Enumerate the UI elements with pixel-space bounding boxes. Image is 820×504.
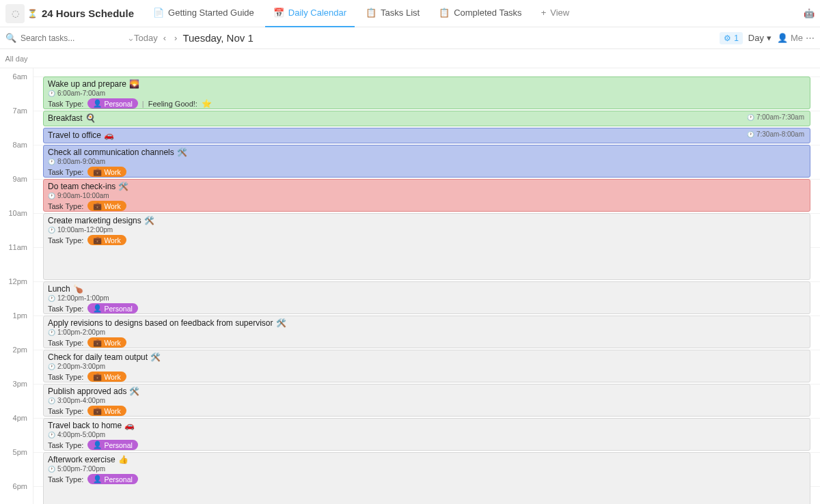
event-meta: Task Type: 👤Personal bbox=[48, 440, 806, 450]
calendar-event[interactable]: Check all communication channels🛠️🕐8:00a… bbox=[43, 145, 810, 178]
more-icon: ⋯ bbox=[806, 33, 815, 43]
event-emoji-icon: 🛠️ bbox=[129, 387, 139, 396]
clock-icon: 🕐 bbox=[747, 131, 754, 138]
calendar-event[interactable]: Wake up and prepare🌄🕐6:00am-7:00amTask T… bbox=[43, 76, 810, 109]
tab-daily-calendar[interactable]: 📅 Daily Calendar bbox=[265, 0, 355, 27]
tab-tasks-list[interactable]: 📋 Tasks List bbox=[357, 0, 428, 27]
calendar-event[interactable]: Travel to office🚗🕐7:30am-8:00am bbox=[43, 128, 810, 143]
list-icon: 📋 bbox=[366, 8, 377, 18]
clock-icon: 🕐 bbox=[48, 363, 55, 370]
task-type-tag: 💼Work bbox=[87, 406, 126, 416]
task-type-tag: 💼Work bbox=[87, 201, 126, 211]
hour-label: 9am bbox=[13, 175, 27, 183]
clock-icon: 🕐 bbox=[48, 466, 55, 473]
event-title: Apply revisions to designs based on feed… bbox=[48, 318, 806, 328]
tab-label: Getting Started Guide bbox=[168, 8, 254, 18]
task-type-tag: 👤Personal bbox=[87, 474, 137, 484]
robot-icon[interactable]: 🤖 bbox=[804, 8, 815, 18]
event-meta: Task Type: 💼Work bbox=[48, 235, 806, 245]
add-view-button[interactable]: + View bbox=[533, 0, 578, 27]
calendar-event[interactable]: Check for daily team output🛠️🕐2:00pm-3:0… bbox=[43, 350, 810, 382]
event-meta: Task Type: 💼Work bbox=[48, 201, 806, 211]
event-time: 🕐2:00pm-3:00pm bbox=[48, 363, 806, 370]
calendar-event[interactable]: Travel back to home🚗🕐4:00pm-5:00pmTask T… bbox=[43, 418, 810, 451]
event-time: 🕐4:00pm-5:00pm bbox=[48, 431, 806, 438]
hour-label: 7am bbox=[13, 107, 27, 115]
hour-label: 12pm bbox=[8, 277, 27, 285]
event-meta: Task Type: 💼Work bbox=[48, 337, 806, 348]
tag-icon: 💼 bbox=[93, 167, 102, 176]
star-icon: ⭐ bbox=[202, 99, 212, 109]
filter-badge[interactable]: ⚙ 1 bbox=[720, 32, 743, 44]
event-emoji-icon: 🛠️ bbox=[177, 148, 187, 157]
calendar-event[interactable]: Apply revisions to designs based on feed… bbox=[43, 316, 810, 348]
tag-icon: 💼 bbox=[93, 236, 102, 244]
event-meta: Task Type: 💼Work bbox=[48, 372, 806, 382]
person-icon: 👤 bbox=[777, 33, 788, 43]
me-label: Me bbox=[791, 33, 803, 43]
event-emoji-icon: 🚗 bbox=[104, 130, 114, 140]
event-title: Lunch🍗 bbox=[48, 284, 806, 294]
tag-icon: 💼 bbox=[93, 201, 102, 210]
current-date: Tuesday, Nov 1 bbox=[182, 32, 253, 44]
app-title[interactable]: ⏳ 24 Hours Schedule bbox=[27, 8, 134, 19]
event-title: Breakfast🍳 bbox=[48, 113, 806, 123]
calendar-event[interactable]: Breakfast🍳🕐7:00am-7:30am bbox=[43, 111, 810, 126]
event-time: 🕐7:00am-7:30am bbox=[747, 113, 804, 121]
event-meta: Task Type: 👤Personal | Feeling Good!: ⭐ bbox=[48, 98, 806, 109]
event-title: Travel to office🚗 bbox=[48, 130, 806, 140]
filter-count: 1 bbox=[734, 33, 739, 43]
view-range-selector[interactable]: Day ▾ bbox=[748, 33, 771, 43]
tab-completed-tasks[interactable]: 📋 Completed Tasks bbox=[430, 0, 530, 27]
search-box[interactable]: 🔍 ⌄ bbox=[5, 33, 128, 43]
event-meta: Task Type: 👤Personal bbox=[48, 474, 806, 484]
event-time: 🕐7:30am-8:00am bbox=[747, 130, 804, 138]
app-menu-icon[interactable]: ◌ bbox=[5, 4, 25, 23]
event-title: Do team check-ins🛠️ bbox=[48, 182, 806, 191]
calendar-event[interactable]: Publish approved ads🛠️🕐3:00pm-4:00pmTask… bbox=[43, 384, 810, 417]
event-time: 🕐9:00am-10:00am bbox=[48, 192, 806, 199]
event-time: 🕐8:00am-9:00am bbox=[48, 158, 806, 165]
next-day-button[interactable]: › bbox=[174, 33, 177, 43]
tag-icon: 💼 bbox=[93, 338, 102, 347]
me-button[interactable]: 👤 Me ⋯ bbox=[777, 33, 815, 43]
hour-label: 6am bbox=[13, 72, 27, 81]
search-input[interactable] bbox=[20, 33, 123, 43]
calendar-event[interactable]: Lunch🍗🕐12:00pm-1:00pmTask Type: 👤Persona… bbox=[43, 281, 810, 314]
task-type-tag: 💼Work bbox=[87, 372, 126, 382]
event-title: Create marketing designs🛠️ bbox=[48, 216, 806, 225]
filter-icon: ⚙ bbox=[724, 33, 731, 43]
event-title: Travel back to home🚗 bbox=[48, 421, 806, 430]
add-view-label: View bbox=[550, 8, 569, 18]
tab-getting-started[interactable]: 📄 Getting Started Guide bbox=[145, 0, 262, 27]
events-column[interactable]: Wake up and prepare🌄🕐6:00am-7:00amTask T… bbox=[33, 68, 820, 504]
hour-label: 8am bbox=[13, 141, 27, 149]
today-button[interactable]: Today bbox=[134, 33, 158, 43]
event-title: Check all communication channels🛠️ bbox=[48, 148, 806, 157]
plus-icon: + bbox=[541, 8, 547, 18]
event-time: 🕐5:00pm-7:00pm bbox=[48, 465, 806, 473]
tag-icon: 👤 bbox=[93, 304, 102, 313]
calendar-event[interactable]: Afterwork exercise👍🕐5:00pm-7:00pmTask Ty… bbox=[43, 452, 810, 504]
clock-icon: 🕐 bbox=[48, 193, 55, 199]
clock-icon: 🕐 bbox=[48, 397, 55, 404]
tab-label: Completed Tasks bbox=[454, 8, 521, 18]
task-type-tag: 💼Work bbox=[87, 167, 126, 177]
prev-day-button[interactable]: ‹ bbox=[163, 33, 166, 43]
clock-icon: 🕐 bbox=[747, 114, 754, 121]
event-emoji-icon: 🛠️ bbox=[118, 182, 128, 191]
hour-label: 3pm bbox=[13, 380, 27, 388]
app-title-text: 24 Hours Schedule bbox=[42, 8, 134, 19]
event-time: 🕐10:00am-12:00pm bbox=[48, 226, 806, 234]
tag-icon: 💼 bbox=[93, 372, 102, 381]
toolbar: 🔍 ⌄ Today ‹ › Tuesday, Nov 1 ⚙ 1 Day ▾ 👤… bbox=[0, 27, 820, 49]
calendar-event[interactable]: Do team check-ins🛠️🕐9:00am-10:00amTask T… bbox=[43, 179, 810, 212]
doc-icon: 📄 bbox=[153, 8, 164, 18]
event-emoji-icon: 🍗 bbox=[73, 284, 83, 294]
calendar-event[interactable]: Create marketing designs🛠️🕐10:00am-12:00… bbox=[43, 213, 810, 280]
tag-icon: 👤 bbox=[93, 440, 102, 449]
event-emoji-icon: 🍳 bbox=[85, 113, 96, 123]
tag-icon: 💼 bbox=[93, 406, 102, 415]
tag-icon: 👤 bbox=[93, 99, 102, 108]
event-emoji-icon: 🌄 bbox=[129, 79, 139, 89]
